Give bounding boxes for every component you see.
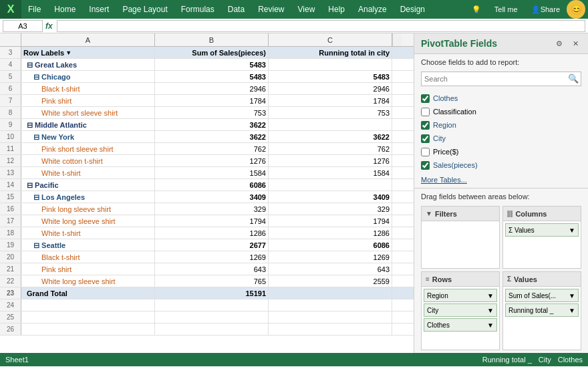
cell-b14[interactable]: 6086 [155,179,269,191]
cell-a9[interactable]: ⊟ Middle Atlantic [21,119,155,131]
cell-a22[interactable]: White long sleeve shirt [21,275,155,287]
cell-c10[interactable]: 3622 [269,131,392,143]
cell-c19[interactable]: 6086 [269,239,392,251]
cell-a19[interactable]: ⊟ Seattle [21,239,155,251]
cell-b11[interactable]: 762 [155,143,269,155]
cell-c11[interactable]: 762 [269,143,392,155]
cell-c15[interactable]: 3409 [269,191,392,203]
cell-c3[interactable]: Running total in city [269,47,392,59]
cell-b17[interactable]: 1794 [155,215,269,227]
cell-a21[interactable]: Pink shirt [21,263,155,275]
cell-c6[interactable]: 2946 [269,83,392,95]
cell-c26[interactable] [269,324,392,336]
cell-a8[interactable]: White short sleeve shirt [21,107,155,119]
menu-view[interactable]: View [291,0,322,19]
values-sum-dropdown[interactable]: ▼ [569,292,575,299]
cell-c14[interactable] [269,179,392,191]
cell-a13[interactable]: White t-shirt [21,167,155,179]
cell-a23[interactable]: Grand Total [21,287,155,299]
cell-c23[interactable] [269,287,392,299]
cell-c8[interactable]: 753 [269,107,392,119]
field-label-clothes[interactable]: Clothes [433,94,458,102]
cell-b22[interactable]: 765 [155,275,269,287]
cell-c9[interactable] [269,119,392,131]
cell-c20[interactable]: 1269 [269,251,392,263]
cell-b19[interactable]: 2677 [155,239,269,251]
formula-input[interactable] [57,20,585,32]
cell-a26[interactable] [21,324,155,336]
rows-region-dropdown[interactable]: ▼ [487,292,494,299]
menu-page-layout[interactable]: Page Layout [116,0,174,19]
cell-b6[interactable]: 2946 [155,83,269,95]
cell-b9[interactable]: 3622 [155,119,269,131]
cell-b13[interactable]: 1584 [155,167,269,179]
cell-a3[interactable]: Row Labels ▼ [21,47,155,59]
field-label-price[interactable]: Price($) [433,148,459,156]
cell-a18[interactable]: White t-shirt [21,227,155,239]
values-tag-running[interactable]: Running total _ ▼ [505,303,579,317]
cell-b23[interactable]: 15191 [155,287,269,299]
field-checkbox-classification[interactable] [421,108,430,116]
cell-b16[interactable]: 329 [155,203,269,215]
cell-b21[interactable]: 643 [155,263,269,275]
col-header-a[interactable]: A [21,33,155,47]
values-tag-sum-sales[interactable]: Sum of Sales(... ▼ [505,289,579,302]
cell-a16[interactable]: Pink long sleeve shirt [21,203,155,215]
cell-c18[interactable]: 1286 [269,227,392,239]
col-header-b[interactable]: B [155,33,269,47]
cell-b8[interactable]: 753 [155,107,269,119]
pivot-close-icon[interactable]: ✕ [569,37,581,49]
cell-b12[interactable]: 1276 [155,155,269,167]
cell-a17[interactable]: White long sleeve shirt [21,215,155,227]
rows-tag-clothes[interactable]: Clothes ▼ [424,318,497,332]
pivot-search-input[interactable] [421,72,581,86]
cell-a6[interactable]: Black t-shirt [21,83,155,95]
field-checkbox-city[interactable] [421,134,430,143]
field-checkbox-region[interactable] [421,121,430,130]
cell-c12[interactable]: 1276 [269,155,392,167]
cell-a15[interactable]: ⊟ Los Angeles [21,191,155,203]
columns-tag-values[interactable]: Σ Values ▼ [505,223,579,237]
field-checkbox-sales[interactable] [421,161,430,170]
cell-c4[interactable] [269,59,392,71]
menu-design[interactable]: Design [394,0,432,19]
pivot-settings-icon[interactable]: ⚙ [553,37,565,49]
cell-a25[interactable] [21,311,155,324]
area-filters-content[interactable] [422,221,499,268]
menu-data[interactable]: Data [221,0,251,19]
cell-a14[interactable]: ⊟ Pacific [21,179,155,191]
cell-b25[interactable] [155,311,269,324]
field-label-sales[interactable]: Sales(pieces) [433,161,478,169]
values-running-dropdown[interactable]: ▼ [569,307,575,314]
cell-c17[interactable]: 1794 [269,215,392,227]
more-tables-link[interactable]: More Tables... [414,174,588,185]
field-label-region[interactable]: Region [433,121,456,129]
cell-b18[interactable]: 1286 [155,227,269,239]
cell-a7[interactable]: Pink shirt [21,95,155,107]
cell-b26[interactable] [155,324,269,336]
rows-tag-city[interactable]: City ▼ [424,303,497,317]
cell-b7[interactable]: 1784 [155,95,269,107]
cell-c22[interactable]: 2559 [269,275,392,287]
cell-b3[interactable]: Sum of Sales(pieces) [155,47,269,59]
cell-a12[interactable]: White cotton t-shirt [21,155,155,167]
field-checkbox-clothes[interactable] [421,94,430,103]
menu-formulas[interactable]: Formulas [174,0,221,19]
cell-a24[interactable] [21,299,155,311]
cell-c21[interactable]: 643 [269,263,392,275]
menu-tell-me[interactable]: Tell me [488,0,525,19]
field-checkbox-price[interactable] [421,148,430,156]
cell-b4[interactable]: 5483 [155,59,269,71]
status-sheet-tab[interactable]: Sheet1 [5,356,29,364]
field-label-classification[interactable]: Classification [433,108,476,116]
cell-c5[interactable]: 5483 [269,71,392,83]
menu-lightbulb[interactable]: 💡 [465,0,488,19]
menu-analyze[interactable]: Analyze [351,0,394,19]
field-label-city[interactable]: City [433,134,446,142]
cell-c13[interactable]: 1584 [269,167,392,179]
cell-a20[interactable]: Black t-shirt [21,251,155,263]
cell-b20[interactable]: 1269 [155,251,269,263]
cell-a11[interactable]: Pink short sleeve shirt [21,143,155,155]
menu-home[interactable]: Home [47,0,82,19]
cell-a4[interactable]: ⊟ Great Lakes [21,59,155,71]
